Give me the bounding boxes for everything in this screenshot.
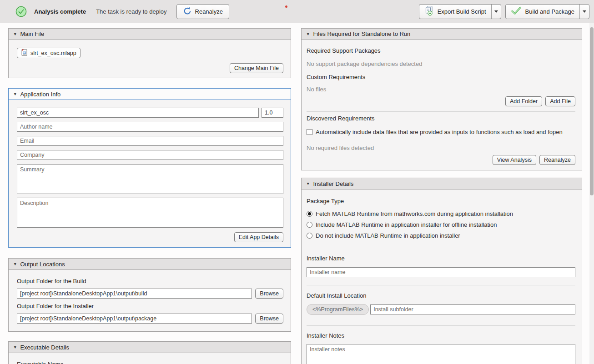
package-type-heading: Package Type: [307, 198, 575, 204]
build-dropdown-arrow[interactable]: [579, 5, 589, 19]
files-required-title: Files Required for Standalone to Run: [313, 30, 410, 37]
installer-name-input[interactable]: [307, 267, 575, 277]
main-file-header[interactable]: ▼ Main File: [9, 29, 291, 40]
change-main-file-button[interactable]: Change Main File: [230, 63, 283, 73]
installer-details-section: ▼ Installer Details Package Type Fetch M…: [301, 178, 582, 364]
deploy-task-content: ▼ Main File slrt_ex_osc.mlapp: [0, 23, 594, 364]
executable-details-section: ▼ Executable Details Executable Name: [8, 341, 291, 364]
mlapp-file-icon: [21, 49, 28, 58]
reanalyze-label: Reanalyze: [195, 8, 223, 15]
company-field[interactable]: [17, 150, 283, 160]
summary-field[interactable]: [17, 164, 283, 194]
collapse-triangle-icon: ▼: [306, 181, 310, 186]
section-divider: [307, 285, 575, 285]
output-locations-section: ▼ Output Locations Output Folder for the…: [8, 258, 291, 332]
executable-details-header[interactable]: ▼ Executable Details: [9, 342, 291, 353]
email-field[interactable]: [17, 136, 283, 146]
toolbar-actions: Export Build Script Build and Package: [419, 4, 589, 19]
add-folder-button[interactable]: Add Folder: [505, 96, 542, 106]
installer-notes-heading: Installer Notes: [307, 332, 575, 339]
installer-name-heading: Installer Name: [307, 255, 575, 262]
installer-details-title: Installer Details: [313, 180, 353, 187]
radio-no-runtime[interactable]: [307, 233, 312, 239]
recording-dot: [285, 5, 287, 8]
support-packages-empty-text: No support package dependencies detected: [307, 60, 575, 67]
collapse-triangle-icon: ▼: [13, 92, 17, 96]
export-build-script-button[interactable]: Export Build Script: [419, 5, 491, 19]
export-build-script-label: Export Build Script: [438, 8, 486, 15]
add-file-button[interactable]: Add File: [545, 96, 575, 106]
build-folder-input[interactable]: [17, 289, 252, 299]
radio-include-runtime[interactable]: [307, 222, 312, 228]
custom-requirements-heading: Custom Requirements: [307, 74, 575, 80]
build-folder-label: Output Folder for the Build: [17, 278, 283, 284]
auto-include-label: Automatically include data files that ar…: [316, 129, 563, 135]
chevron-down-icon: [583, 10, 586, 13]
files-required-header[interactable]: ▼ Files Required for Standalone to Run: [302, 29, 582, 40]
collapse-triangle-icon: ▼: [13, 345, 17, 349]
main-file-section: ▼ Main File slrt_ex_osc.mlapp: [8, 28, 291, 78]
install-location-heading: Default Install Location: [307, 292, 575, 299]
build-and-package-button[interactable]: Build and Package: [506, 5, 579, 19]
vertical-scrollbar: [589, 23, 594, 364]
executable-name-label: Executable Name: [17, 361, 283, 364]
main-file-title: Main File: [20, 30, 44, 37]
author-field[interactable]: [17, 122, 283, 132]
analysis-complete-icon: [15, 6, 27, 17]
version-field[interactable]: [262, 108, 283, 118]
radio-no-runtime-label: Do not include MATLAB Runtime in applica…: [316, 232, 460, 239]
export-script-icon: [424, 5, 434, 17]
reanalyze-small-button[interactable]: Reanalyze: [539, 155, 575, 165]
main-file-name: slrt_ex_osc.mlapp: [30, 50, 76, 56]
build-and-package-split-button: Build and Package: [505, 4, 589, 19]
program-files-chip: <%ProgramFiles%>: [307, 304, 369, 315]
build-and-package-label: Build and Package: [525, 8, 574, 15]
installer-details-header[interactable]: ▼ Installer Details: [302, 178, 582, 189]
discovered-requirements-heading: Discovered Requirements: [307, 115, 575, 122]
installer-notes-input[interactable]: [307, 344, 575, 364]
collapse-triangle-icon: ▼: [13, 32, 17, 36]
chevron-down-icon: [494, 10, 498, 13]
auto-include-checkbox[interactable]: [307, 129, 312, 135]
refresh-icon: [183, 6, 192, 17]
export-build-script-split-button: Export Build Script: [419, 4, 501, 19]
scrollbar-thumb[interactable]: [590, 27, 594, 195]
output-locations-header[interactable]: ▼ Output Locations: [9, 259, 291, 270]
section-divider: [307, 111, 575, 112]
installer-folder-input[interactable]: [17, 314, 252, 324]
application-info-title: Application Info: [20, 91, 60, 98]
collapse-triangle-icon: ▼: [306, 32, 310, 36]
status-subtitle: The task is ready to deploy: [96, 8, 166, 15]
custom-requirements-empty-text: No files: [307, 86, 575, 93]
application-info-header[interactable]: ▼ Application Info: [9, 89, 291, 100]
installer-folder-label: Output Folder for the Installer: [17, 303, 283, 309]
main-file-chip[interactable]: slrt_ex_osc.mlapp: [17, 48, 81, 58]
application-info-section: ▼ Application Info Edit App Details: [8, 88, 291, 248]
status-title: Analysis complete: [34, 8, 86, 15]
install-subfolder-input[interactable]: [370, 304, 575, 314]
support-packages-heading: Required Support Packages: [307, 47, 575, 54]
green-check-icon: [511, 6, 522, 16]
reanalyze-button[interactable]: Reanalyze: [176, 4, 229, 19]
export-dropdown-arrow[interactable]: [491, 5, 501, 19]
executable-details-title: Executable Details: [20, 344, 69, 351]
section-divider: [307, 325, 575, 326]
view-analysis-button[interactable]: View Analysis: [493, 155, 536, 165]
files-required-section: ▼ Files Required for Standalone to Run R…: [301, 28, 582, 170]
app-name-field[interactable]: [17, 108, 259, 118]
browse-build-button[interactable]: Browse: [255, 289, 283, 299]
radio-fetch-runtime-label: Fetch MATLAB Runtime from mathworks.com …: [316, 210, 513, 217]
output-locations-title: Output Locations: [20, 261, 65, 268]
browse-installer-button[interactable]: Browse: [255, 314, 283, 324]
radio-fetch-runtime[interactable]: [307, 211, 312, 217]
edit-app-details-button[interactable]: Edit App Details: [234, 232, 283, 242]
collapse-triangle-icon: ▼: [13, 262, 17, 266]
radio-include-runtime-label: Include MATLAB Runtime in application in…: [316, 221, 497, 228]
description-field[interactable]: [17, 198, 283, 228]
toolbar: Analysis complete The task is ready to d…: [0, 0, 594, 23]
discovered-empty-text: No required files detected: [307, 145, 575, 151]
